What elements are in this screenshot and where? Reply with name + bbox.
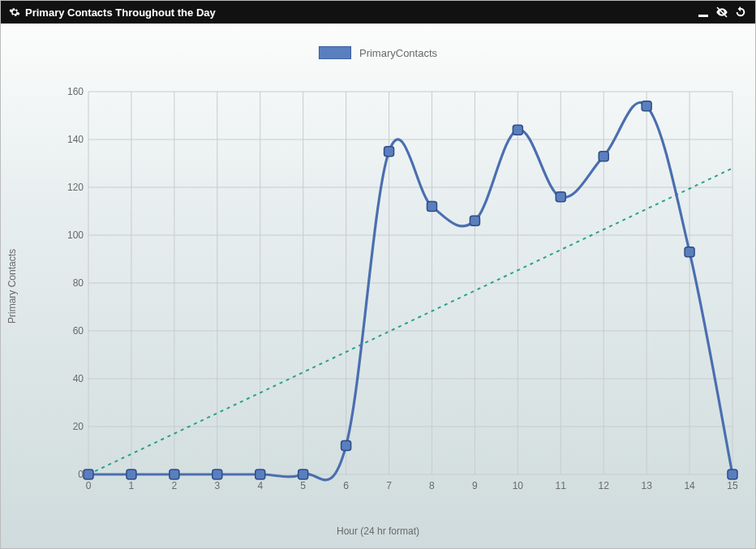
y-tick-label: 0: [78, 469, 84, 480]
data-point[interactable]: [470, 216, 479, 225]
data-point[interactable]: [599, 152, 608, 161]
y-axis-label: Primary Contacts: [6, 248, 18, 323]
y-tick-label: 20: [73, 421, 84, 432]
y-tick-label: 160: [67, 86, 84, 97]
panel-title: Primary Contacts Throughout the Day: [25, 6, 216, 19]
data-point[interactable]: [127, 470, 136, 479]
y-tick-label: 60: [73, 325, 84, 337]
x-tick-label: 8: [429, 480, 435, 491]
x-tick-label: 9: [472, 480, 478, 491]
legend-swatch: [319, 46, 351, 59]
data-point[interactable]: [642, 101, 651, 111]
data-point[interactable]: [256, 470, 265, 479]
x-tick-label: 11: [556, 480, 567, 491]
x-tick-label: 12: [599, 480, 610, 491]
data-point[interactable]: [170, 470, 179, 479]
axis-ticks: 0204060801001201401600123456789101112131…: [67, 86, 738, 491]
x-tick-label: 2: [172, 480, 178, 491]
y-tick-label: 140: [67, 134, 84, 145]
titlebar: Primary Contacts Throughout the Day: [1, 1, 755, 24]
data-point[interactable]: [728, 470, 737, 479]
minimize-icon[interactable]: [697, 6, 710, 19]
x-tick-label: 7: [386, 480, 392, 491]
data-point[interactable]: [556, 192, 565, 202]
panel: Primary Contacts Throughout the Day Prim…: [0, 0, 756, 549]
data-point[interactable]: [427, 202, 436, 212]
data-point[interactable]: [513, 125, 522, 135]
x-tick-label: 0: [86, 480, 92, 491]
data-point[interactable]: [299, 470, 308, 479]
eye-slash-icon[interactable]: [715, 6, 729, 19]
y-tick-label: 40: [73, 373, 84, 384]
chart-area: PrimaryContacts Primary Contacts Hour (2…: [1, 24, 755, 548]
x-tick-label: 10: [513, 480, 524, 491]
x-tick-label: 3: [214, 480, 220, 491]
gear-icon[interactable]: [9, 6, 20, 18]
trendline: [88, 168, 732, 474]
data-point[interactable]: [384, 147, 394, 157]
data-point[interactable]: [213, 470, 222, 479]
y-tick-label: 120: [67, 182, 84, 193]
x-axis-label: Hour (24 hr format): [337, 525, 419, 537]
data-point[interactable]: [685, 247, 694, 257]
x-tick-label: 6: [343, 480, 349, 491]
y-tick-label: 80: [73, 277, 84, 289]
x-tick-label: 4: [257, 480, 263, 491]
legend-label: PrimaryContacts: [359, 47, 437, 59]
x-tick-label: 13: [641, 480, 652, 491]
x-tick-label: 5: [300, 480, 306, 491]
data-point[interactable]: [341, 441, 351, 451]
svg-rect-0: [698, 15, 708, 17]
data-point[interactable]: [84, 470, 93, 479]
legend[interactable]: PrimaryContacts: [319, 46, 437, 59]
refresh-icon[interactable]: [734, 6, 747, 19]
x-tick-label: 15: [727, 480, 738, 491]
grid: [88, 92, 732, 474]
y-tick-label: 100: [67, 229, 84, 241]
x-tick-label: 14: [684, 480, 695, 491]
x-tick-label: 1: [129, 480, 135, 491]
series-line: [88, 102, 732, 479]
plot-area: 0204060801001201401600123456789101112131…: [66, 85, 739, 497]
